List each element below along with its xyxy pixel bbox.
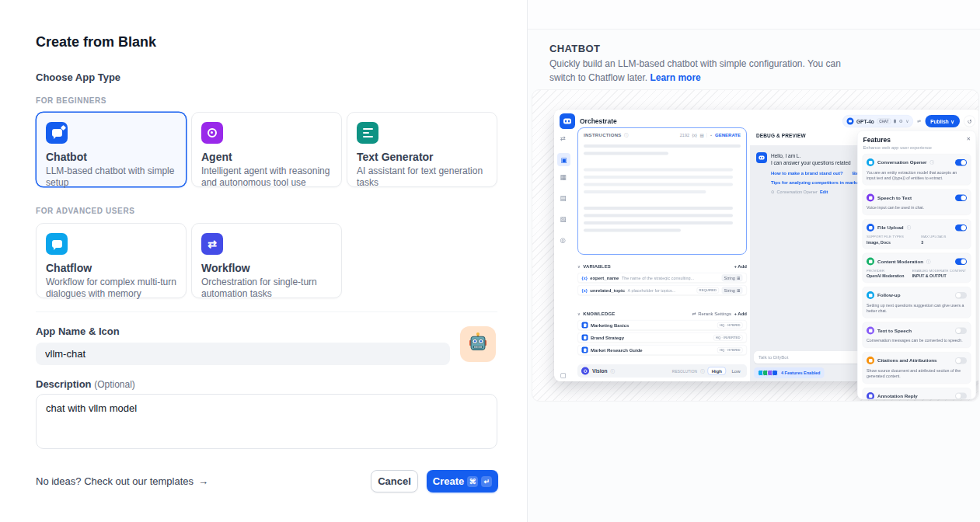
- mic-icon: [894, 120, 896, 124]
- history-button[interactable]: ↺: [964, 116, 975, 127]
- variable-type-chip: String ⊞: [722, 274, 743, 282]
- resolution-high-option[interactable]: High: [708, 367, 726, 375]
- chat-mode-tag: CHAT: [877, 119, 891, 124]
- sidebar-doc-icon[interactable]: ▤: [560, 195, 567, 202]
- sidebar-image-icon[interactable]: ▦: [560, 174, 567, 181]
- cancel-button[interactable]: Cancel: [371, 470, 418, 492]
- chevron-down-icon: ∨: [950, 118, 954, 124]
- app-name-input[interactable]: [36, 343, 450, 365]
- dataset-icon: [582, 335, 588, 341]
- compare-icon[interactable]: ⇄: [917, 119, 921, 124]
- content-moderation-toggle[interactable]: [955, 258, 967, 265]
- knowledge-section: ∨ KNOWLEDGE ⇄ Rerank Settings + Add Mark: [577, 309, 747, 355]
- variable-row[interactable]: {x} unrelated_topic A placeholder for to…: [577, 285, 747, 295]
- sidebar-box-icon[interactable]: ▢: [560, 372, 567, 379]
- card-chatflow[interactable]: Chatflow Workflow for complex multi-turn…: [36, 223, 187, 298]
- card-text-generator-title: Text Generator: [357, 151, 487, 163]
- generate-button[interactable]: GENERATE: [715, 132, 741, 137]
- description-label: Description (Optional): [36, 378, 135, 390]
- info-icon: ⓘ: [907, 224, 912, 231]
- debug-preview-label: DEBUG & PREVIEW: [756, 133, 806, 139]
- content-moderation-icon: [867, 258, 874, 266]
- conversation-opener-meta: ⊙ Conversation Opener Edit: [771, 190, 861, 195]
- close-icon[interactable]: ✕: [967, 136, 971, 142]
- right-top-strip: [528, 0, 980, 30]
- card-agent-desc: Intelligent agent with reasoning and aut…: [201, 165, 332, 189]
- sidebar-prompt-icon[interactable]: ▣: [557, 153, 570, 166]
- card-chatbot[interactable]: Chatbot LLM-based chatbot with simple se…: [36, 112, 187, 187]
- knowledge-row[interactable]: Marketing Basics HQ · HYBRID: [577, 320, 747, 330]
- resolution-low-option[interactable]: Low: [729, 367, 743, 374]
- file-upload-toggle[interactable]: [955, 224, 967, 231]
- dataset-icon: [582, 347, 588, 353]
- vision-setting-row: Vision ⓘ RESOLUTION ⓘ High Low: [577, 364, 747, 378]
- annotation-reply-icon: [867, 392, 874, 399]
- variable-insert-icon[interactable]: {x}: [692, 133, 697, 137]
- speech-to-text-toggle[interactable]: [955, 194, 967, 201]
- knowledge-row[interactable]: Brand Strategy HQ · INVERTED: [577, 332, 747, 343]
- preview-header-actions: GPT-4o CHAT ⚙ ∨ ⇄ Publish ∨ ↺: [842, 115, 975, 127]
- variable-type-chip: String ⊞: [722, 287, 743, 294]
- choose-app-type-label: Choose App Type: [36, 71, 120, 83]
- sidebar-note-icon[interactable]: ▧: [560, 216, 567, 223]
- description-textarea[interactable]: [36, 394, 497, 449]
- feature-dots: [758, 370, 778, 376]
- chevron-down-icon[interactable]: ∨: [577, 264, 581, 269]
- model-provider-icon: [847, 118, 854, 125]
- add-knowledge-button[interactable]: + Add: [734, 311, 747, 316]
- prompt-skeleton: [578, 138, 746, 239]
- variable-row[interactable]: {x} expert_name The name of the strategi…: [577, 273, 747, 283]
- feature-annotation-reply: Annotation Reply: [863, 388, 971, 399]
- retrieval-tag: HQ · HYBRID: [717, 322, 742, 329]
- edit-opener-link[interactable]: Edit: [820, 190, 828, 194]
- add-variable-button[interactable]: + Add: [734, 263, 747, 269]
- dify-app-logo-icon: [560, 113, 575, 129]
- card-workflow-desc: Orchestration for single-turn automation…: [201, 277, 332, 300]
- suggestion-link[interactable]: Tips for analyzing competitors in market: [771, 179, 861, 185]
- citations-toggle[interactable]: [955, 357, 967, 364]
- chevron-down-icon[interactable]: ∨: [577, 311, 581, 316]
- file-upload-icon: [867, 224, 874, 231]
- info-icon: ⓘ: [610, 368, 615, 374]
- annotation-reply-toggle[interactable]: [955, 393, 967, 400]
- beginner-cards-row: Chatbot LLM-based chatbot with simple se…: [36, 112, 497, 187]
- arrow-right-icon: →: [198, 475, 208, 487]
- publish-button[interactable]: Publish ∨: [925, 115, 960, 127]
- features-title: Features: [863, 137, 971, 144]
- feature-conversation-opener: Conversation Opener ⓘ You are an entity …: [863, 154, 971, 186]
- knowledge-row[interactable]: Market Research Guide HQ · HYBRID: [577, 345, 747, 355]
- create-form-panel: Create from Blank Choose App Type FOR BE…: [0, 0, 527, 522]
- card-chatflow-desc: Workflow for complex multi-turn dialogue…: [46, 277, 176, 300]
- variable-token-icon: {x}: [582, 288, 588, 293]
- follow-up-toggle[interactable]: [955, 292, 967, 299]
- copy-icon[interactable]: ▤: [699, 133, 703, 138]
- card-text-generator[interactable]: Text Generator AI assistant for text gen…: [347, 112, 497, 187]
- suggestion-link[interactable]: How to make a brand stand out? Bes: [771, 170, 861, 176]
- text-to-speech-toggle[interactable]: [955, 327, 967, 334]
- card-chatflow-title: Chatflow: [46, 262, 176, 274]
- card-workflow[interactable]: ⇄ Workflow Orchestration for single-turn…: [191, 223, 342, 298]
- workflow-icon: ⇄: [201, 233, 223, 255]
- rerank-settings-button[interactable]: ⇄ Rerank Settings: [692, 311, 731, 316]
- follow-up-icon: [867, 291, 874, 299]
- app-name-label: App Name & Icon: [36, 325, 120, 337]
- templates-link[interactable]: No ideas? Check out our templates →: [36, 475, 208, 487]
- type-settings-icon: ⊞: [737, 287, 741, 293]
- info-icon: ⓘ: [624, 132, 629, 138]
- card-agent-title: Agent: [201, 151, 332, 163]
- variables-label: VARIABLES: [583, 263, 611, 269]
- feature-citations: Citations and Attributions Show source d…: [863, 352, 971, 384]
- text-generator-icon: [357, 122, 378, 144]
- learn-more-link[interactable]: Learn more: [650, 72, 700, 83]
- text-to-speech-icon: [867, 327, 874, 335]
- create-button[interactable]: Create ⌘ ↵: [427, 470, 498, 492]
- variables-section: ∨ VARIABLES + Add {x} expert_name The na…: [577, 262, 747, 295]
- sidebar-swap-icon[interactable]: ⇄: [560, 135, 566, 142]
- conversation-opener-toggle[interactable]: [955, 159, 967, 166]
- instructions-panel: INSTRUCTIONS ⓘ 2192 {x} ▤ ⋆ GENERATE: [577, 127, 747, 255]
- app-icon-picker[interactable]: [460, 326, 496, 362]
- model-selector[interactable]: GPT-4o CHAT ⚙ ∨: [842, 115, 913, 127]
- features-enabled-bar[interactable]: 4 Features Enabled: [754, 367, 824, 378]
- sidebar-globe-icon[interactable]: ◎: [560, 237, 566, 244]
- card-agent[interactable]: Agent Intelligent agent with reasoning a…: [191, 112, 342, 187]
